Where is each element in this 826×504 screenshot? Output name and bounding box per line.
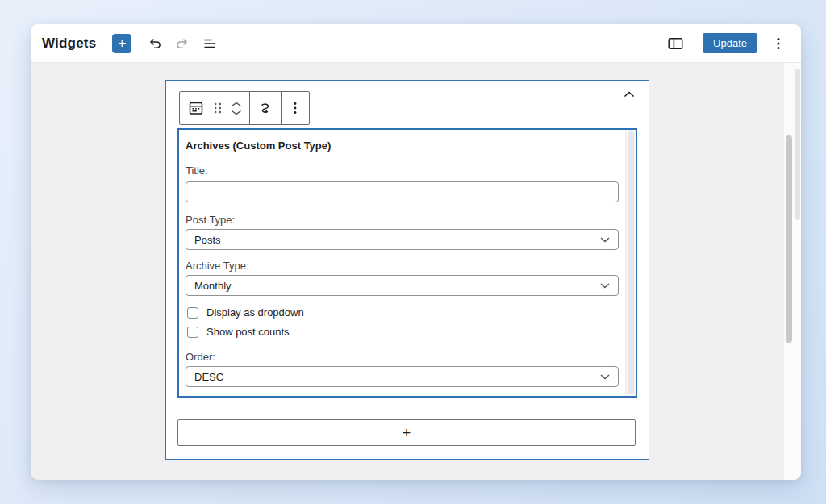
undo-button[interactable] (144, 32, 166, 55)
display-as-dropdown-checkbox[interactable] (187, 307, 198, 319)
order-selected-value: DESC (194, 371, 223, 383)
archives-widget-form: Archives (Custom Post Type) Title: Post … (179, 130, 625, 387)
undo-icon (147, 35, 163, 52)
redo-icon (174, 35, 190, 52)
chevron-down-icon (600, 374, 610, 380)
canvas-scrollbar-thumb[interactable] (786, 135, 792, 343)
page-background: Widgets + (0, 0, 826, 504)
widget-area-block[interactable]: Archives (Custom Post Type) Title: Post … (165, 80, 649, 460)
move-up-icon (231, 102, 242, 107)
archive-type-selected-value: Monthly (194, 280, 232, 292)
block-options-icon (289, 101, 302, 115)
plus-icon: + (403, 425, 411, 441)
chevron-up-icon (623, 90, 636, 98)
display-as-dropdown-row: Display as dropdown (187, 306, 619, 319)
options-menu-icon (771, 35, 786, 52)
list-view-icon (202, 35, 218, 52)
widget-form-scrollbar[interactable] (625, 130, 636, 396)
sidebar-toggle-icon (667, 35, 684, 52)
show-post-counts-label: Show post counts (206, 326, 290, 339)
chevron-down-icon (600, 283, 610, 289)
post-type-selected-value: Posts (194, 234, 221, 246)
editor-canvas: Archives (Custom Post Type) Title: Post … (31, 63, 801, 480)
redo-button[interactable] (171, 32, 194, 55)
title-input[interactable] (186, 181, 619, 202)
block-toolbar (179, 91, 310, 125)
archives-calendar-icon (187, 99, 205, 117)
plus-icon: + (118, 35, 127, 52)
widgets-editor-window: Widgets + (31, 24, 801, 480)
page-scrollbar-thumb[interactable] (795, 69, 800, 220)
mover-control (231, 102, 242, 115)
add-block-button[interactable]: + (112, 34, 131, 53)
page-title: Widgets (42, 35, 96, 52)
settings-sidebar-toggle[interactable] (664, 32, 686, 55)
archive-type-select[interactable]: Monthly (186, 275, 619, 296)
widget-form-scrollbar-thumb[interactable] (628, 131, 634, 394)
post-type-field-label: Post Type: (186, 214, 619, 227)
collapse-widget-area-button[interactable] (623, 90, 636, 98)
order-select[interactable]: DESC (186, 366, 619, 387)
chevron-down-icon (600, 237, 610, 243)
move-up-button[interactable] (231, 102, 242, 107)
move-down-icon (231, 110, 242, 115)
list-view-button[interactable] (198, 32, 221, 55)
update-button[interactable]: Update (703, 33, 757, 53)
move-down-button[interactable] (231, 110, 242, 115)
widget-heading: Archives (Custom Post Type) (186, 140, 619, 152)
add-block-appender[interactable]: + (177, 419, 636, 446)
block-toolbar-group-main (180, 92, 249, 124)
drag-handle-icon (213, 102, 223, 115)
order-field-label: Order: (186, 351, 619, 364)
block-toolbar-group-options (281, 92, 309, 124)
move-to-widget-area-button[interactable] (257, 100, 273, 116)
block-toolbar-group-move (249, 92, 281, 124)
archives-widget-block[interactable]: Archives (Custom Post Type) Title: Post … (177, 128, 637, 398)
post-type-select[interactable]: Posts (186, 229, 619, 250)
show-post-counts-checkbox[interactable] (187, 327, 198, 338)
archives-block-button[interactable] (187, 99, 205, 117)
show-post-counts-row: Show post counts (187, 326, 619, 339)
display-as-dropdown-label: Display as dropdown (206, 306, 304, 319)
drag-handle[interactable] (213, 102, 223, 115)
move-to-widget-area-icon (257, 100, 273, 116)
archive-type-field-label: Archive Type: (186, 260, 619, 273)
title-field-label: Title: (186, 165, 619, 177)
editor-options-button[interactable] (767, 32, 790, 55)
editor-header: Widgets + (31, 24, 801, 63)
block-options-button[interactable] (289, 101, 302, 115)
